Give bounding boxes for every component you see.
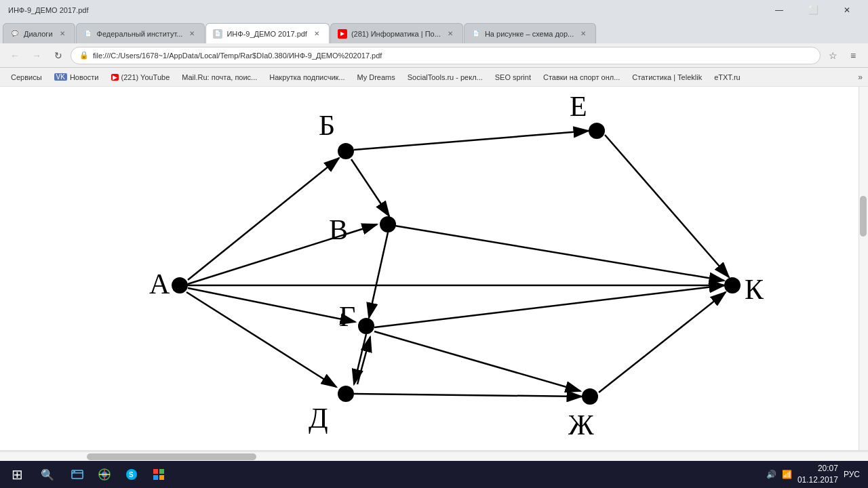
tab-favicon-federal: 📄 xyxy=(83,29,93,39)
taskbar-explorer-button[interactable] xyxy=(65,462,90,487)
label-d: Д xyxy=(309,403,328,434)
start-button[interactable]: ⊞ xyxy=(0,461,34,488)
chrome-icon xyxy=(98,468,111,481)
bookmark-label-stavki: Ставки на спорт онл... xyxy=(543,73,620,81)
svg-rect-13 xyxy=(159,475,164,480)
tab-narisunke[interactable]: 📄 На рисунке – схема дор... ✕ xyxy=(464,23,596,43)
tab-favicon-youtube: ▶ xyxy=(338,29,347,39)
pdf-content-area: А Б В Г Д Е Ж К xyxy=(0,87,868,450)
node-e xyxy=(589,123,605,139)
bookmark-etxt[interactable]: eTXT.ru xyxy=(709,72,746,83)
bookmark-stavki[interactable]: Ставки на спорт онл... xyxy=(538,72,625,83)
bookmarks-more-button[interactable]: » xyxy=(858,73,863,82)
graph-svg: А Б В Г Д Е Ж К xyxy=(61,87,807,450)
back-button[interactable]: ← xyxy=(5,46,24,65)
bookmark-label-seo: SEO sprint xyxy=(495,73,531,81)
tab-close-youtube[interactable]: ✕ xyxy=(445,28,456,39)
bookmark-label-statistika: Статистика | Teleklik xyxy=(632,73,702,81)
vertical-scrollbar[interactable] xyxy=(859,87,868,450)
search-icon: 🔍 xyxy=(41,468,54,481)
browser-window: ИНФ-9_ДЕМО 2017.pdf — ⬜ ✕ 💬 Диалоги ✕ 📄 … xyxy=(0,0,868,461)
address-text: file:///C:/Users/1678~1/AppData/Local/Te… xyxy=(93,52,812,60)
bookmark-label-nakrutka: Накрутка подписчик... xyxy=(269,73,344,81)
node-v xyxy=(380,216,396,232)
bookmark-label-novosti: Новости xyxy=(70,73,99,81)
label-v: В xyxy=(329,214,348,245)
bookmark-mail[interactable]: Mail.Ru: почта, поис... xyxy=(176,72,262,83)
extra-icon xyxy=(152,468,165,481)
address-bar[interactable]: 🔒 file:///C:/Users/1678~1/AppData/Local/… xyxy=(71,47,821,64)
bookmark-youtube[interactable]: ▶ (221) YouTube xyxy=(106,72,176,83)
edge-d-zh xyxy=(354,394,582,396)
tab-label-youtube: (281) Информатика | По... xyxy=(351,30,441,38)
graph-container: А Б В Г Д Е Ж К xyxy=(0,87,868,450)
node-zh xyxy=(582,388,598,405)
tab-pdf[interactable]: 📄 ИНФ-9_ДЕМО 2017.pdf ✕ xyxy=(205,23,330,43)
taskbar-clock: 20:07 01.12.2017 xyxy=(797,463,838,486)
tab-label-dialogi: Диалоги xyxy=(24,30,53,38)
node-d xyxy=(338,386,354,402)
node-b xyxy=(338,143,354,159)
nav-right-icons: ☆ ≡ xyxy=(823,46,863,65)
taskbar-app-icons: S xyxy=(61,462,175,487)
node-g xyxy=(358,318,374,334)
svg-rect-10 xyxy=(153,469,158,474)
tab-youtube[interactable]: ▶ (281) Информатика | По... ✕ xyxy=(330,23,463,43)
tab-label-narisunke: На рисунке – схема дор... xyxy=(485,30,574,38)
bookmark-label-servisy: Сервисы xyxy=(11,73,42,81)
tab-label-federal: Федеральный институт... xyxy=(97,30,183,38)
scrollbar-thumb-h[interactable] xyxy=(87,453,256,460)
tab-label-pdf: ИНФ-9_ДЕМО 2017.pdf xyxy=(226,30,307,38)
edge-b-v xyxy=(351,159,389,216)
menu-button[interactable]: ≡ xyxy=(844,46,863,65)
scrollbar-thumb-v[interactable] xyxy=(860,196,867,237)
edge-v-g xyxy=(369,232,388,318)
bookmark-seo[interactable]: SEO sprint xyxy=(490,72,536,83)
bookmark-label-mail: Mail.Ru: почта, поис... xyxy=(182,73,257,81)
maximize-button[interactable]: ⬜ xyxy=(797,0,829,20)
close-button[interactable]: ✕ xyxy=(831,0,863,20)
edge-e-k xyxy=(605,135,729,277)
tab-dialogi[interactable]: 💬 Диалоги ✕ xyxy=(3,23,75,43)
edge-a-d xyxy=(186,292,336,387)
taskbar-lang[interactable]: РУС xyxy=(844,470,860,479)
bookmark-servisy[interactable]: Сервисы xyxy=(5,72,47,83)
bookmark-label-etxt: eTXT.ru xyxy=(714,73,741,81)
edge-a-b xyxy=(188,158,339,280)
star-button[interactable]: ☆ xyxy=(823,46,842,65)
tab-bar: 💬 Диалоги ✕ 📄 Федеральный институт... ✕ … xyxy=(0,20,868,43)
tab-close-narisunke[interactable]: ✕ xyxy=(578,28,589,39)
svg-rect-12 xyxy=(153,475,158,480)
tab-close-federal[interactable]: ✕ xyxy=(186,28,197,39)
bookmark-nakrutka[interactable]: Накрутка подписчик... xyxy=(264,72,350,83)
tab-favicon-pdf: 📄 xyxy=(213,29,222,39)
edge-g-k xyxy=(374,285,724,327)
bookmark-socialtools[interactable]: SocialTools.ru - рекл... xyxy=(402,72,488,83)
bookmark-novosti[interactable]: VK Новости xyxy=(49,72,104,83)
bookmark-mydreams[interactable]: My Dreams xyxy=(352,72,401,83)
svg-rect-3 xyxy=(73,471,75,472)
tab-close-pdf[interactable]: ✕ xyxy=(311,28,322,39)
taskbar-extra-button[interactable] xyxy=(146,462,171,487)
forward-button[interactable]: → xyxy=(27,46,46,65)
refresh-button[interactable]: ↻ xyxy=(49,46,68,65)
label-k: К xyxy=(745,274,764,305)
taskbar-skype-button[interactable]: S xyxy=(119,462,144,487)
horizontal-scrollbar[interactable] xyxy=(0,451,868,461)
taskbar-network-icon[interactable]: 📶 xyxy=(782,470,792,479)
tab-federal[interactable]: 📄 Федеральный институт... ✕ xyxy=(76,23,205,43)
svg-rect-2 xyxy=(72,472,83,474)
tab-close-dialogi[interactable]: ✕ xyxy=(57,28,68,39)
edge-zh-k xyxy=(599,292,726,392)
vk-icon: VK xyxy=(54,73,67,81)
taskbar-volume-icon[interactable]: 🔊 xyxy=(766,470,776,479)
bookmark-statistika[interactable]: Статистика | Teleklik xyxy=(627,72,707,83)
bookmark-label-mydreams: My Dreams xyxy=(357,73,395,81)
node-a xyxy=(172,277,188,293)
taskbar-chrome-button[interactable] xyxy=(92,462,117,487)
label-g: Г xyxy=(339,301,355,332)
minimize-button[interactable]: — xyxy=(764,0,795,20)
title-bar: ИНФ-9_ДЕМО 2017.pdf — ⬜ ✕ xyxy=(0,0,868,20)
taskbar-search-button[interactable]: 🔍 xyxy=(34,461,61,488)
window-controls: — ⬜ ✕ xyxy=(764,0,863,20)
